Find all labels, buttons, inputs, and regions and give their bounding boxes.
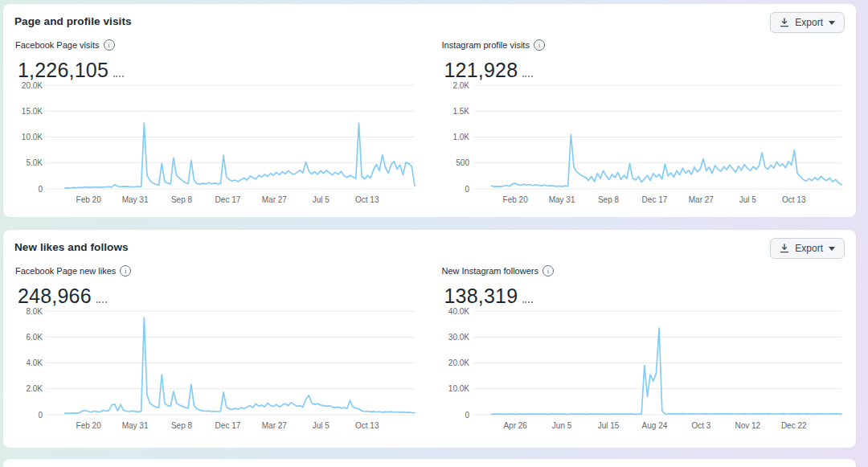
svg-text:Oct 13: Oct 13: [781, 195, 805, 204]
svg-text:May 31: May 31: [548, 195, 575, 204]
svg-text:0: 0: [465, 185, 469, 194]
card-new-likes-follows: New likes and follows Export Facebook Pa…: [3, 230, 856, 448]
instagram-visits-line-chart: 2.0K1.5K1.0K5000Feb 20May 31Sep 8Dec 17M…: [441, 81, 845, 208]
download-icon: [780, 18, 789, 27]
svg-text:2.0K: 2.0K: [26, 384, 43, 393]
tooltip-underline: [522, 301, 533, 303]
svg-text:10.0K: 10.0K: [448, 384, 469, 393]
metric-label: Facebook Page visits: [15, 40, 100, 50]
svg-text:0: 0: [38, 185, 43, 194]
info-icon[interactable]: [104, 39, 115, 51]
info-icon[interactable]: [534, 39, 545, 51]
metric-panel-new-instagram-followers: New Instagram followers 138,319 40.0K30.…: [441, 264, 845, 434]
svg-text:Dec 17: Dec 17: [215, 195, 241, 204]
svg-text:0: 0: [465, 411, 469, 420]
facebook-new-likes-line-chart: 8.0K6.0K4.0K2.0K0Feb 20May 31Sep 8Dec 17…: [14, 307, 418, 434]
svg-text:4.0K: 4.0K: [26, 358, 43, 367]
card-partial-next-section: [3, 459, 856, 467]
svg-text:Apr 26: Apr 26: [503, 421, 527, 430]
card-title: New likes and follows: [14, 238, 129, 253]
export-label: Export: [795, 17, 823, 28]
svg-text:Mar 27: Mar 27: [688, 195, 714, 204]
metric-panel-instagram-visits: Instagram profile visits 121,928 2.0K1.5…: [441, 38, 845, 208]
svg-text:1.0K: 1.0K: [452, 133, 469, 141]
svg-text:Jul 15: Jul 15: [597, 421, 619, 430]
tooltip-underline: [96, 301, 107, 303]
svg-text:8.0K: 8.0K: [26, 307, 43, 316]
svg-text:5.0K: 5.0K: [26, 158, 43, 167]
card-page-profile-visits: Page and profile visits Export Facebook …: [3, 4, 856, 217]
svg-text:20.0K: 20.0K: [448, 358, 469, 367]
svg-text:Dec 17: Dec 17: [215, 421, 241, 430]
svg-text:10.0K: 10.0K: [22, 133, 43, 141]
svg-text:40.0K: 40.0K: [448, 307, 469, 316]
svg-text:Oct 3: Oct 3: [691, 421, 710, 430]
svg-text:15.0K: 15.0K: [22, 107, 43, 116]
svg-text:20.0K: 20.0K: [22, 81, 43, 90]
svg-text:30.0K: 30.0K: [448, 333, 469, 342]
svg-text:500: 500: [456, 158, 469, 167]
svg-text:Aug 24: Aug 24: [641, 421, 667, 430]
svg-text:Nov 12: Nov 12: [735, 421, 760, 430]
facebook-visits-line-chart: 20.0K15.0K10.0K5.0K0Feb 20May 31Sep 8Dec…: [14, 81, 418, 208]
svg-text:2.0K: 2.0K: [452, 81, 469, 90]
metric-label: New Instagram followers: [442, 266, 538, 276]
tooltip-underline: [522, 76, 533, 77]
svg-text:Oct 13: Oct 13: [355, 195, 379, 204]
svg-text:Mar 27: Mar 27: [262, 421, 288, 430]
svg-text:Oct 13: Oct 13: [355, 421, 379, 430]
svg-text:Sep 8: Sep 8: [597, 195, 619, 204]
svg-text:0: 0: [38, 411, 43, 420]
metric-value: 138,319: [444, 286, 518, 306]
new-instagram-followers-line-chart: 40.0K30.0K20.0K10.0K0Apr 26Jun 5Jul 15Au…: [441, 307, 845, 434]
metric-value: 1,226,105: [18, 60, 108, 80]
download-icon: [780, 244, 789, 253]
svg-text:Feb 20: Feb 20: [76, 195, 102, 204]
svg-text:Sep 8: Sep 8: [171, 195, 193, 204]
info-icon[interactable]: [120, 265, 131, 277]
chevron-down-icon: [829, 247, 835, 251]
metric-value: 121,928: [444, 60, 518, 80]
svg-text:6.0K: 6.0K: [26, 333, 43, 342]
info-icon[interactable]: [542, 265, 554, 277]
chevron-down-icon: [829, 21, 835, 25]
svg-text:Jul 5: Jul 5: [313, 195, 330, 204]
metric-label: Instagram profile visits: [442, 40, 530, 50]
svg-text:Dec 17: Dec 17: [641, 195, 667, 204]
card-title: Page and profile visits: [14, 12, 132, 27]
svg-text:Jul 5: Jul 5: [739, 195, 756, 204]
metric-panel-facebook-visits: Facebook Page visits 1,226,105 20.0K15.0…: [14, 38, 419, 208]
export-button[interactable]: Export: [770, 12, 845, 33]
svg-text:May 31: May 31: [122, 421, 149, 430]
svg-text:Jul 5: Jul 5: [313, 421, 330, 430]
metric-value: 248,966: [18, 286, 92, 306]
tooltip-underline: [113, 76, 124, 77]
svg-text:Sep 8: Sep 8: [171, 421, 193, 430]
metric-label: Facebook Page new likes: [15, 266, 116, 276]
svg-text:May 31: May 31: [122, 195, 149, 204]
export-label: Export: [795, 243, 823, 254]
svg-text:Feb 20: Feb 20: [76, 421, 102, 430]
svg-text:1.5K: 1.5K: [452, 107, 469, 116]
svg-text:Jun 5: Jun 5: [551, 421, 571, 430]
svg-text:Dec 22: Dec 22: [780, 421, 806, 430]
svg-text:Mar 27: Mar 27: [262, 195, 288, 204]
svg-text:Feb 20: Feb 20: [502, 195, 528, 204]
metric-panel-facebook-new-likes: Facebook Page new likes 248,966 8.0K6.0K…: [14, 264, 419, 434]
export-button[interactable]: Export: [770, 238, 845, 259]
